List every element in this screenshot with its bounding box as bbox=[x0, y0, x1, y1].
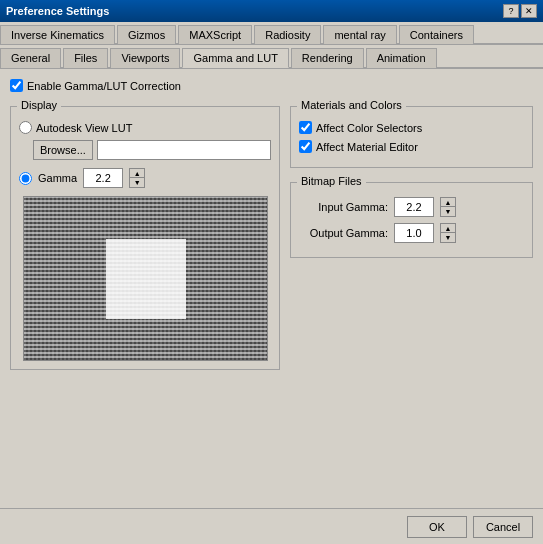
gamma-up-button[interactable]: ▲ bbox=[130, 169, 144, 178]
display-group: Display Autodesk View LUT Browse... bbox=[10, 106, 280, 370]
affect-material-editor-checkbox[interactable] bbox=[299, 140, 312, 153]
autodesk-lut-radio[interactable] bbox=[19, 121, 32, 134]
tab-maxscript[interactable]: MAXScript bbox=[178, 25, 252, 44]
hatch-pattern bbox=[24, 197, 267, 360]
bitmap-group: Bitmap Files Input Gamma: 2.2 ▲ ▼ Output… bbox=[290, 182, 533, 258]
cancel-button[interactable]: Cancel bbox=[473, 516, 533, 538]
gamma-spinner: ▲ ▼ bbox=[129, 168, 145, 188]
title-bar: Preference Settings ? ✕ bbox=[0, 0, 543, 22]
panels-row: Display Autodesk View LUT Browse... bbox=[10, 102, 533, 370]
input-gamma-row: Input Gamma: 2.2 ▲ ▼ bbox=[299, 197, 524, 217]
affect-color-selectors-row: Affect Color Selectors bbox=[299, 121, 524, 134]
affect-material-editor-row: Affect Material Editor bbox=[299, 140, 524, 153]
enable-gamma-checkbox[interactable] bbox=[10, 79, 23, 92]
input-gamma-label: Input Gamma: bbox=[303, 201, 388, 213]
affect-color-selectors-checkbox[interactable] bbox=[299, 121, 312, 134]
help-button[interactable]: ? bbox=[503, 4, 519, 18]
browse-input[interactable] bbox=[97, 140, 271, 160]
output-gamma-up-button[interactable]: ▲ bbox=[441, 224, 455, 233]
tab-gizmos[interactable]: Gizmos bbox=[117, 25, 176, 44]
tab-containers[interactable]: Containers bbox=[399, 25, 474, 44]
output-gamma-down-button[interactable]: ▼ bbox=[441, 233, 455, 242]
autodesk-lut-row: Autodesk View LUT bbox=[19, 121, 271, 134]
right-panel: Materials and Colors Affect Color Select… bbox=[290, 102, 533, 370]
tab-mental-ray[interactable]: mental ray bbox=[323, 25, 396, 44]
gamma-value-input[interactable]: 2.2 bbox=[83, 168, 123, 188]
tab-inverse-kinematics[interactable]: Inverse Kinematics bbox=[0, 25, 115, 44]
bottom-bar: OK Cancel bbox=[0, 508, 543, 544]
input-gamma-input[interactable]: 2.2 bbox=[394, 197, 434, 217]
tab-radiosity[interactable]: Radiosity bbox=[254, 25, 321, 44]
title-bar-buttons: ? ✕ bbox=[503, 4, 537, 18]
gamma-row: Gamma 2.2 ▲ ▼ bbox=[19, 168, 271, 188]
bitmap-legend: Bitmap Files bbox=[297, 175, 366, 187]
output-gamma-row: Output Gamma: 1.0 ▲ ▼ bbox=[299, 223, 524, 243]
affect-material-editor-label: Affect Material Editor bbox=[316, 141, 418, 153]
tab-viewports[interactable]: Viewports bbox=[110, 48, 180, 68]
tab-row-1: Inverse Kinematics Gizmos MAXScript Radi… bbox=[0, 22, 543, 45]
left-panel: Display Autodesk View LUT Browse... bbox=[10, 102, 280, 370]
tab-rendering[interactable]: Rendering bbox=[291, 48, 364, 68]
tab-row-2: General Files Viewports Gamma and LUT Re… bbox=[0, 45, 543, 69]
input-gamma-spinner: ▲ ▼ bbox=[440, 197, 456, 217]
enable-gamma-row: Enable Gamma/LUT Correction bbox=[10, 79, 533, 92]
input-gamma-up-button[interactable]: ▲ bbox=[441, 198, 455, 207]
main-content: Enable Gamma/LUT Correction Display Auto… bbox=[0, 69, 543, 537]
window-title: Preference Settings bbox=[6, 5, 109, 17]
autodesk-lut-label: Autodesk View LUT bbox=[36, 122, 132, 134]
output-gamma-spinner: ▲ ▼ bbox=[440, 223, 456, 243]
affect-color-selectors-label: Affect Color Selectors bbox=[316, 122, 422, 134]
gamma-down-button[interactable]: ▼ bbox=[130, 178, 144, 187]
output-gamma-label: Output Gamma: bbox=[303, 227, 388, 239]
gamma-radio[interactable] bbox=[19, 172, 32, 185]
gamma-label: Gamma bbox=[38, 172, 77, 184]
materials-legend: Materials and Colors bbox=[297, 99, 406, 111]
enable-gamma-label: Enable Gamma/LUT Correction bbox=[27, 80, 181, 92]
input-gamma-down-button[interactable]: ▼ bbox=[441, 207, 455, 216]
tab-animation[interactable]: Animation bbox=[366, 48, 437, 68]
materials-group: Materials and Colors Affect Color Select… bbox=[290, 106, 533, 168]
browse-button[interactable]: Browse... bbox=[33, 140, 93, 160]
tab-gamma-lut[interactable]: Gamma and LUT bbox=[182, 48, 288, 68]
tab-files[interactable]: Files bbox=[63, 48, 108, 68]
display-legend: Display bbox=[17, 99, 61, 111]
ok-button[interactable]: OK bbox=[407, 516, 467, 538]
browse-row: Browse... bbox=[33, 140, 271, 160]
close-button[interactable]: ✕ bbox=[521, 4, 537, 18]
tab-general[interactable]: General bbox=[0, 48, 61, 68]
preview-white-square bbox=[106, 239, 186, 319]
gamma-preview bbox=[23, 196, 268, 361]
output-gamma-input[interactable]: 1.0 bbox=[394, 223, 434, 243]
